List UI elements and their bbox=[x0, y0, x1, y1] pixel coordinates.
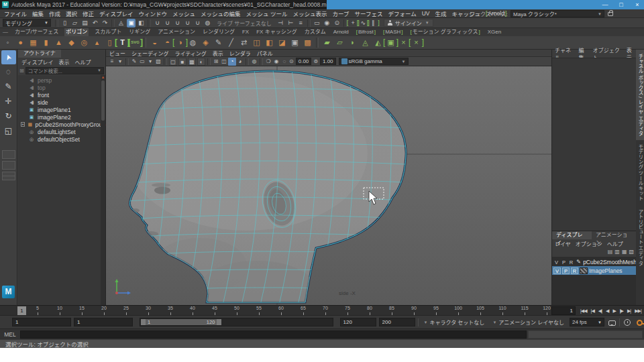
shelf-tab[interactable]: カーブ/サーフェス bbox=[13, 28, 60, 36]
live-surface-indicator[interactable]: ライブ サーフェスなし bbox=[217, 19, 272, 27]
layer-new-from-selected-icon[interactable]: ▧ bbox=[629, 249, 634, 255]
maximize-button[interactable]: □ bbox=[617, 0, 625, 9]
merge-vertex-icon[interactable]: × bbox=[398, 37, 409, 48]
layer-editor-menu-item[interactable]: オプション bbox=[576, 240, 602, 247]
outliner-search-input[interactable]: コマンド検索... ▼ bbox=[25, 67, 104, 74]
outliner-menu-item[interactable]: 表示 bbox=[58, 58, 69, 66]
render-settings-icon[interactable]: ⊙ bbox=[333, 19, 341, 27]
outliner-item[interactable]: + imagePlane1 bbox=[18, 106, 105, 113]
paint-select-tool-icon[interactable] bbox=[1, 80, 16, 94]
expand-icon[interactable]: + bbox=[21, 122, 25, 127]
grease-pencil-icon[interactable]: ✎ bbox=[130, 58, 138, 66]
poly-cylinder-icon[interactable]: ▮ bbox=[40, 37, 52, 48]
shelf-tab[interactable]: モーション グラフィックス bbox=[409, 28, 482, 36]
range-slider-bar[interactable]: 1 120 bbox=[141, 319, 221, 325]
layer-playback-toggle[interactable]: P bbox=[561, 259, 567, 265]
animation-end-field[interactable] bbox=[379, 318, 415, 326]
shelf-tab[interactable]: リギング bbox=[127, 28, 152, 36]
workspace-lock-icon[interactable] bbox=[608, 12, 613, 16]
shelf-tab[interactable]: アニメーション bbox=[156, 28, 197, 36]
layer-reference-toggle[interactable]: R bbox=[571, 267, 578, 274]
sep[interactable] bbox=[164, 58, 167, 65]
snap-grid-icon[interactable]: ∪ bbox=[153, 19, 162, 27]
ao-icon[interactable]: ◉ bbox=[272, 58, 280, 66]
poly-svg-icon[interactable]: SVG bbox=[129, 37, 141, 48]
delete-edge-icon[interactable]: ▱ bbox=[334, 37, 345, 48]
xray-icon[interactable]: ◔ bbox=[228, 58, 236, 66]
mirror-icon[interactable]: ◑ bbox=[174, 37, 186, 48]
bookmark-icon[interactable]: ▾ bbox=[146, 58, 154, 66]
poly-plane-icon[interactable]: ◆ bbox=[66, 37, 77, 48]
sidebar-tab[interactable]: チャネル ボックス / レイヤ エディタ bbox=[636, 50, 644, 140]
poly-cube-icon[interactable]: ▦ bbox=[28, 37, 39, 48]
construction-history-icon[interactable]: ≡ bbox=[297, 19, 305, 27]
sep[interactable] bbox=[307, 19, 311, 27]
layer-reference-toggle[interactable]: R bbox=[568, 259, 574, 265]
menu-item[interactable]: カーブ bbox=[332, 9, 349, 17]
outliner-item[interactable]: + front bbox=[18, 91, 105, 99]
select-component-icon[interactable]: ◧ bbox=[137, 19, 146, 27]
select-hierarchy-icon[interactable]: ◬ bbox=[117, 19, 125, 27]
go-to-start-button[interactable]: |◀◀ bbox=[578, 306, 589, 316]
layout-four-pane-button[interactable] bbox=[2, 172, 15, 180]
xray-joints-icon[interactable]: ◕ bbox=[236, 58, 244, 66]
viewport-menu-item[interactable]: パネル bbox=[257, 50, 273, 57]
layer-editor-tab[interactable]: アニメーション bbox=[592, 231, 637, 239]
close-button[interactable]: × bbox=[633, 0, 641, 9]
layer-swatch-icon[interactable] bbox=[580, 267, 588, 274]
layout-single-pane-button[interactable] bbox=[2, 150, 15, 159]
camera-lock-icon[interactable]: ▭ bbox=[138, 58, 146, 66]
layer-playback-toggle[interactable]: P bbox=[562, 267, 570, 274]
isolate-select-icon[interactable]: ◍ bbox=[250, 58, 258, 66]
layer-empty-new-icon[interactable]: ▦ bbox=[622, 249, 627, 255]
set-key-icon[interactable] bbox=[635, 316, 644, 328]
menu-item[interactable]: メッシュの編集 bbox=[201, 9, 241, 17]
shelf-tab[interactable]: スカルプト bbox=[93, 28, 123, 36]
sidebar-tab[interactable]: モデリング ツールキット bbox=[636, 140, 644, 205]
resolution-gate-icon[interactable]: ⊞ bbox=[212, 58, 220, 66]
combine-icon[interactable]: ◒ bbox=[149, 37, 160, 48]
next-key-button[interactable]: |▶ bbox=[618, 306, 625, 316]
animation-layer-dropdown[interactable]: ▼ アニメーション レイヤなし bbox=[490, 318, 567, 326]
layer-editor-menu-item[interactable]: レイヤ bbox=[555, 240, 571, 247]
sep[interactable] bbox=[246, 58, 249, 65]
outliner-item[interactable]: + persp bbox=[18, 76, 105, 84]
menu-item[interactable]: デフォーム bbox=[388, 9, 416, 17]
poly-type-icon[interactable]: T bbox=[117, 37, 128, 48]
select-tool-icon[interactable] bbox=[1, 50, 16, 64]
shelf-tab[interactable]: FX bbox=[241, 28, 250, 36]
new-scene-icon[interactable]: ▯ bbox=[60, 19, 69, 27]
layer-move-down-icon[interactable]: ▥ bbox=[614, 249, 620, 255]
menu-item[interactable]: サーフェス bbox=[354, 9, 382, 17]
textured-icon[interactable]: ▩ bbox=[188, 58, 196, 66]
crease-tool-icon[interactable]: ✎ bbox=[213, 37, 224, 48]
menu-set-dropdown[interactable]: モデリング▼ bbox=[3, 19, 51, 27]
snap-plane-icon[interactable]: ∪ bbox=[183, 19, 192, 27]
layout-two-pane-button[interactable] bbox=[2, 161, 15, 170]
play-backwards-button[interactable]: ◀ bbox=[604, 306, 610, 316]
lasso-tool-icon[interactable] bbox=[1, 65, 16, 79]
sidebar-tab[interactable]: アトリビュート エディタ bbox=[636, 205, 644, 270]
outliner-tab[interactable]: アウトライナ bbox=[18, 50, 61, 58]
play-forwards-button[interactable]: ▶ bbox=[610, 306, 617, 316]
wireframe-icon[interactable]: ▢ bbox=[169, 58, 177, 66]
target-weld-icon[interactable]: ▣ bbox=[385, 37, 396, 48]
outliner-item[interactable]: + top bbox=[18, 84, 105, 91]
shelf-popup-icon[interactable]: ◦ bbox=[2, 37, 13, 48]
view-transform-dropdown[interactable]: sRGB gamma ▼ bbox=[339, 58, 409, 65]
menu-item[interactable]: 編集 bbox=[32, 9, 44, 17]
viewport-menu-item[interactable]: ライティング bbox=[174, 50, 206, 57]
flip-edge-icon[interactable]: ◭ bbox=[372, 37, 384, 48]
sep[interactable] bbox=[260, 58, 263, 65]
connect-icon[interactable]: ⇄ bbox=[238, 37, 250, 48]
scrollbar-thumb[interactable] bbox=[101, 80, 105, 121]
delete-component-icon[interactable]: × bbox=[411, 37, 422, 48]
bevel-icon[interactable]: ◪ bbox=[276, 37, 288, 48]
spin-edge-icon[interactable]: ◬ bbox=[360, 37, 371, 48]
move-tool-icon[interactable] bbox=[1, 95, 16, 109]
render-icon[interactable]: ▭ bbox=[313, 19, 321, 27]
snap-view-icon[interactable]: ∪ bbox=[193, 19, 202, 27]
menu-item[interactable]: 生成 bbox=[435, 9, 446, 17]
time-slider[interactable]: 1 51015202530354045505560657075808590951… bbox=[0, 305, 644, 315]
shelf-collapse-icon[interactable]: — bbox=[3, 28, 8, 36]
